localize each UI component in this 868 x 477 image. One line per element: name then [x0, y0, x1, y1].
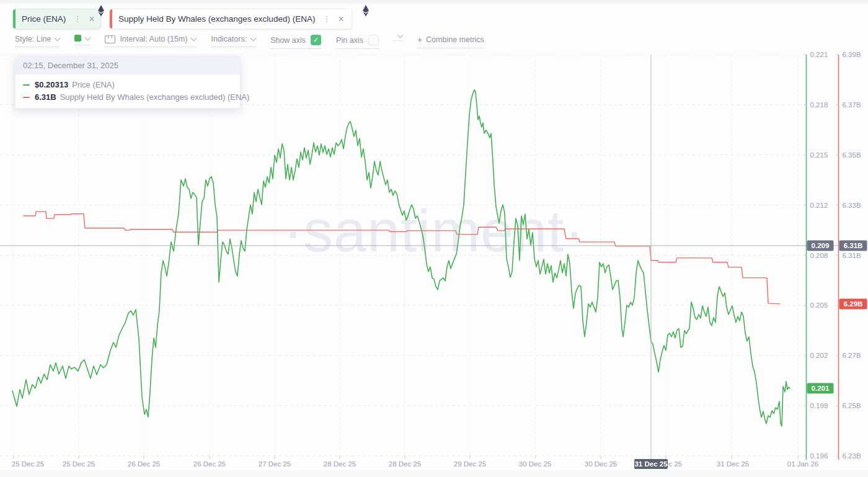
tooltip-row-supply: 6.31B Supply Held By Whales (exchanges e… [23, 92, 232, 102]
supply-last-value-badge-text: 6.29B [844, 300, 863, 308]
x-axis-label: 30 Dec 25 [519, 460, 551, 468]
x-axis-label: 26 Dec 25 [128, 460, 160, 468]
supply-line[interactable] [24, 212, 780, 304]
x-axis-label: 28 Dec 25 [389, 460, 421, 468]
supply-series-dash-icon [23, 97, 30, 98]
price-line[interactable] [12, 90, 790, 426]
tooltip-row-price: $0.20313 Price (ENA) [23, 80, 232, 89]
crosshair-date-badge-text: 31 Dec 25 [634, 460, 668, 468]
x-axis-label: 28 Dec 25 [324, 460, 356, 468]
crosshair-price-badge-text: 0.209 [812, 242, 830, 249]
tooltip-timestamp: 02:15, December 31, 2025 [16, 56, 240, 74]
x-axis-label: 01 Jan 26 [787, 460, 819, 468]
tooltip-price-label: Price (ENA) [72, 80, 115, 89]
supply-axis-label: 6.33B [843, 202, 861, 209]
eth-diamond-icon [97, 5, 105, 19]
supply-axis-label: 6.25B [843, 402, 861, 409]
supply-axis-label: 6.37B [843, 101, 861, 109]
x-axis-label: 26 Dec 25 [193, 460, 226, 468]
price-axis-label: 0.215 [810, 151, 828, 159]
x-axis-label: 25 Dec 25 [12, 460, 44, 468]
price-axis-label: 0.208 [810, 252, 828, 259]
eth-diamond-icon [362, 5, 370, 19]
x-axis-label: 31 Dec 25 [717, 460, 749, 468]
supply-axis-label: 6.31B [843, 252, 861, 259]
price-axis-label: 0.205 [810, 301, 828, 309]
price-axis-label: 0.212 [810, 202, 828, 209]
x-axis-label: 27 Dec 25 [259, 460, 291, 468]
price-axis-label: 0.196 [810, 452, 828, 460]
price-series-dash-icon [23, 84, 30, 86]
tooltip-supply-value: 6.31B [35, 92, 56, 102]
x-axis-label: 30 Dec 25 [585, 460, 617, 468]
supply-axis-label: 6.35B [843, 151, 861, 159]
price-axis-label: 0.218 [810, 101, 828, 109]
supply-axis-label: 6.39B [843, 51, 861, 58]
tooltip-supply-label: Supply Held By Whales (exchanges exclude… [60, 92, 250, 102]
x-axis-label: 25 Dec 25 [63, 460, 95, 468]
tooltip-price-value: $0.20313 [35, 80, 68, 89]
price-axis-label: 0.221 [810, 51, 828, 58]
x-axis-label: 29 Dec 25 [454, 460, 486, 468]
price-last-value-badge-text: 0.201 [812, 385, 830, 392]
chart-tooltip: 02:15, December 31, 2025 $0.20313 Price … [15, 56, 241, 109]
supply-axis-label: 6.23B [843, 452, 861, 460]
crosshair-supply-badge-text: 6.31B [844, 242, 863, 249]
price-axis-label: 0.199 [810, 402, 828, 409]
price-axis-label: 0.202 [810, 352, 828, 359]
supply-axis-label: 6.27B [843, 352, 861, 359]
